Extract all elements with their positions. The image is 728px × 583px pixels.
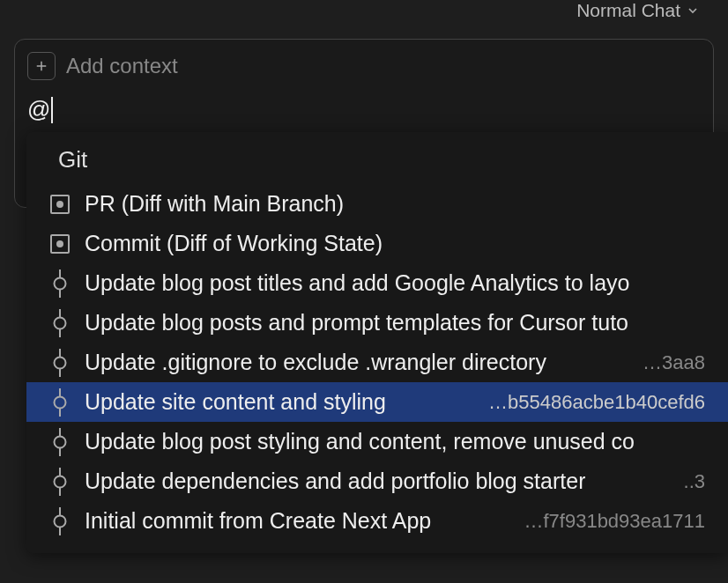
dropdown-item[interactable]: Update blog posts and prompt templates f… — [26, 303, 728, 343]
dropdown-item-label: Update .gitignore to exclude .wrangler d… — [85, 350, 546, 375]
dropdown-item-label: PR (Diff with Main Branch) — [85, 191, 344, 217]
commit-hash: ..3 — [684, 470, 705, 493]
commit-hash: …f7f931bd93ea1711 — [524, 510, 705, 533]
dropdown-item[interactable]: Update blog post titles and add Google A… — [26, 263, 728, 303]
mode-label: Normal Chat — [576, 0, 680, 21]
dropdown-item-label: Initial commit from Create Next App — [85, 508, 431, 534]
commit-hash: …3aa8 — [643, 351, 705, 374]
dropdown-item[interactable]: Update .gitignore to exclude .wrangler d… — [26, 343, 728, 382]
dropdown-item-label: Update blog post titles and add Google A… — [85, 270, 629, 296]
dropdown-item[interactable]: Update blog post styling and content, re… — [26, 422, 728, 461]
chevron-down-icon — [686, 4, 700, 18]
commit-icon — [49, 352, 71, 373]
commit-icon — [49, 313, 71, 334]
add-context-placeholder[interactable]: Add context — [66, 54, 178, 78]
diff-icon — [49, 194, 71, 215]
add-context-button[interactable] — [27, 52, 56, 80]
text-cursor — [51, 97, 53, 123]
dropdown-item[interactable]: Update dependencies and add portfolio bl… — [26, 461, 728, 501]
dropdown-item[interactable]: PR (Diff with Main Branch) — [26, 184, 728, 224]
dropdown-item-label: Update site content and styling — [85, 389, 386, 415]
dropdown-item-label: Commit (Diff of Working State) — [85, 231, 383, 256]
dropdown-item-label: Update blog post styling and content, re… — [85, 429, 635, 454]
commit-icon — [49, 471, 71, 492]
dropdown-item[interactable]: Commit (Diff of Working State) — [26, 224, 728, 263]
dropdown-item-label: Update blog posts and prompt templates f… — [85, 310, 628, 336]
mode-selector[interactable]: Normal Chat — [576, 0, 700, 21]
commit-icon — [49, 273, 71, 294]
chat-input[interactable]: @ — [27, 96, 701, 123]
commit-icon — [49, 392, 71, 413]
commit-icon — [49, 432, 71, 453]
context-dropdown: Git PR (Diff with Main Branch)Commit (Di… — [26, 132, 728, 553]
commit-hash: …b55486acbe1b40cefd6 — [488, 391, 705, 414]
plus-icon — [33, 58, 49, 74]
dropdown-item-label: Update dependencies and add portfolio bl… — [85, 469, 585, 494]
input-typed-text: @ — [27, 96, 50, 123]
commit-icon — [49, 511, 71, 532]
dropdown-item[interactable]: Update site content and styling…b55486ac… — [26, 382, 728, 422]
diff-icon — [49, 233, 71, 255]
context-row: Add context — [27, 52, 701, 80]
dropdown-item[interactable]: Initial commit from Create Next App…f7f9… — [26, 501, 728, 541]
dropdown-section-header: Git — [26, 139, 728, 184]
